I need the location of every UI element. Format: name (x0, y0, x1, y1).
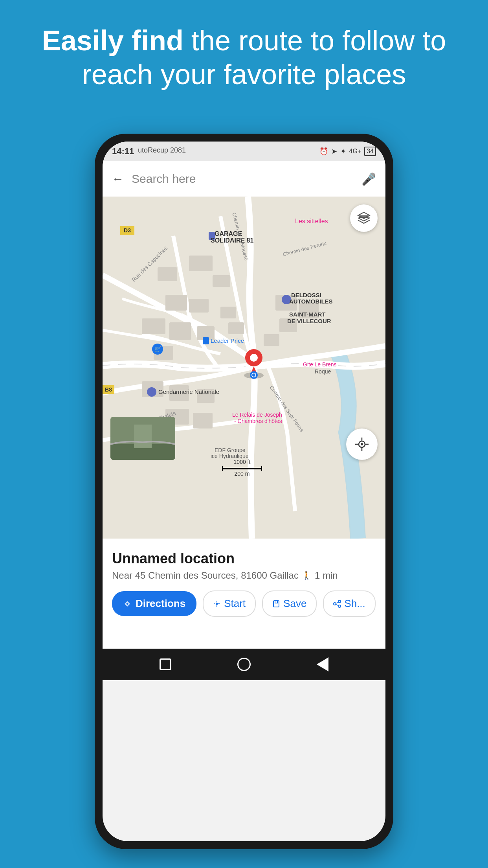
phone-screen: 14:11 utoRecup 2081 ⏰ ➤ ✦ 4G+ 34 ← Searc… (103, 142, 385, 841)
map-svg: D3 B8 GARAGE SOLIDAIRE 81 Les sittelles … (103, 197, 385, 539)
svg-rect-10 (220, 307, 236, 318)
phone-outer: 14:11 utoRecup 2081 ⏰ ➤ ✦ 4G+ 34 ← Searc… (95, 134, 393, 849)
layer-toggle-button[interactable] (350, 204, 378, 232)
phone-device: 14:11 utoRecup 2081 ⏰ ➤ ✦ 4G+ 34 ← Searc… (95, 134, 393, 849)
svg-rect-6 (142, 318, 165, 334)
svg-text:SAINT-MART: SAINT-MART (289, 311, 326, 318)
svg-text:Gite Le Brens: Gite Le Brens (303, 361, 337, 368)
svg-rect-58 (222, 468, 262, 469)
directions-icon (123, 600, 132, 608)
signal-icon: 4G+ (349, 148, 361, 155)
walk-icon: 🚶 (302, 571, 312, 580)
directions-button[interactable]: Directions (112, 591, 196, 616)
save-icon (272, 600, 280, 608)
recents-button[interactable] (158, 657, 173, 672)
svg-text:ice Hydraulique: ice Hydraulique (211, 453, 249, 459)
header-line2: reach your favorite places (31, 57, 457, 91)
svg-rect-7 (169, 322, 191, 340)
svg-point-78 (338, 605, 341, 607)
navigation-icon: ➤ (331, 147, 337, 156)
share-button[interactable]: Sh... (323, 590, 375, 617)
alarm-icon: ⏰ (319, 147, 328, 156)
svg-text:DE VILLECOUR: DE VILLECOUR (287, 318, 331, 324)
svg-rect-2 (158, 267, 177, 281)
svg-point-43 (147, 387, 156, 397)
svg-text:1000 ft: 1000 ft (234, 459, 251, 465)
status-notification: utoRecup 2081 (138, 146, 186, 154)
svg-rect-41 (203, 337, 209, 344)
search-bar[interactable]: ← Search here 🎤 (103, 161, 385, 197)
status-time: 14:11 (112, 146, 134, 156)
place-name: Unnamed location (112, 550, 376, 567)
svg-text:Le Relais de Joseph: Le Relais de Joseph (232, 412, 282, 418)
start-button[interactable]: Start (203, 590, 256, 617)
svg-rect-5 (189, 299, 209, 313)
svg-text:EDF Groupe: EDF Groupe (215, 447, 246, 453)
search-input[interactable]: Search here (132, 172, 354, 186)
svg-marker-75 (216, 602, 219, 605)
svg-point-70 (361, 443, 363, 445)
address-text: Near 45 Chemin des Sources, 81600 Gailla… (112, 570, 299, 581)
svg-rect-4 (165, 295, 187, 311)
share-label: Sh... (344, 598, 365, 610)
place-address: Near 45 Chemin des Sources, 81600 Gailla… (112, 570, 376, 581)
svg-rect-1 (189, 256, 213, 271)
svg-rect-3 (213, 275, 230, 287)
svg-point-27 (252, 373, 255, 377)
start-label: Start (224, 598, 246, 610)
svg-text:Les sittelles: Les sittelles (295, 218, 328, 224)
svg-point-77 (338, 600, 341, 603)
place-info-panel: Unnamed location Near 45 Chemin des Sour… (103, 539, 385, 649)
svg-text:- Chambres d'hôtes: - Chambres d'hôtes (234, 418, 282, 424)
svg-point-24 (250, 354, 258, 362)
status-icons: ⏰ ➤ ✦ 4G+ 34 (319, 147, 376, 156)
bluetooth-icon: ✦ (340, 147, 346, 156)
save-button[interactable]: Save (262, 590, 317, 617)
svg-point-79 (334, 603, 336, 605)
back-button[interactable]: ← (112, 172, 124, 186)
svg-text:DELDOSSI: DELDOSSI (291, 292, 321, 298)
svg-rect-67 (134, 425, 152, 448)
svg-line-81 (336, 602, 338, 603)
header-bold: Easily find (42, 25, 183, 56)
battery-icon: 34 (364, 147, 376, 156)
svg-rect-15 (264, 334, 279, 346)
microphone-icon[interactable]: 🎤 (361, 172, 376, 186)
directions-label: Directions (136, 598, 185, 610)
svg-rect-20 (193, 413, 213, 428)
svg-text:B8: B8 (105, 386, 112, 393)
start-icon (213, 600, 221, 608)
svg-text:200 m: 200 m (235, 471, 250, 477)
action-buttons: Directions Start (112, 590, 376, 617)
svg-text:Roque: Roque (315, 368, 331, 375)
walk-time: 1 min (315, 570, 338, 581)
header-section: Easily find the route to follow to reach… (0, 0, 488, 107)
header-normal: the route to follow to (183, 25, 446, 56)
svg-text:SOLIDAIRE 81: SOLIDAIRE 81 (211, 237, 253, 244)
svg-text:🛒: 🛒 (154, 346, 161, 353)
svg-rect-76 (273, 601, 279, 607)
my-location-button[interactable] (346, 428, 378, 460)
svg-text:Gendarmerie Nationale: Gendarmerie Nationale (158, 388, 219, 395)
android-nav-bar (103, 649, 385, 680)
street-view-thumbnail[interactable] (110, 417, 175, 460)
svg-rect-11 (228, 322, 244, 334)
svg-text:AUTOMOBILES: AUTOMOBILES (289, 298, 333, 305)
back-nav-button[interactable] (315, 657, 330, 672)
status-bar: 14:11 utoRecup 2081 ⏰ ➤ ✦ 4G+ 34 (103, 142, 385, 161)
svg-text:Leader Price: Leader Price (211, 337, 244, 344)
home-button[interactable] (236, 657, 252, 672)
map-area[interactable]: D3 B8 GARAGE SOLIDAIRE 81 Les sittelles … (103, 197, 385, 539)
share-icon (333, 600, 341, 608)
svg-line-80 (336, 604, 338, 606)
save-label: Save (283, 598, 306, 610)
svg-text:D3: D3 (124, 227, 131, 234)
